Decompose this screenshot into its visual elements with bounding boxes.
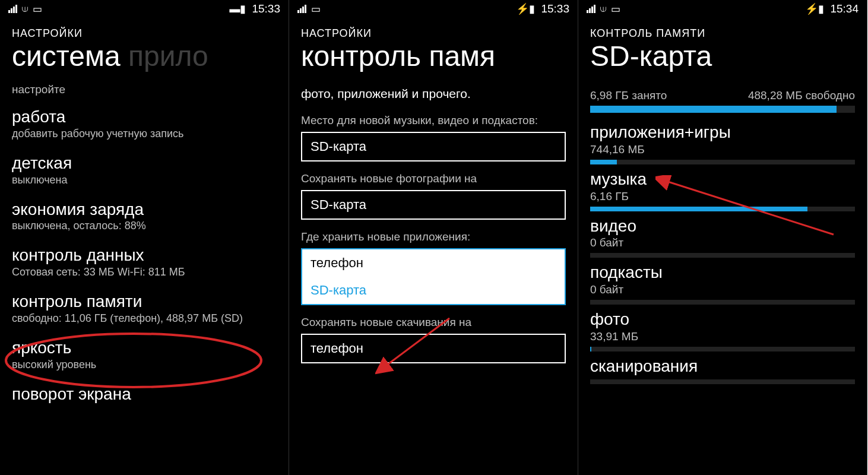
signal-icon [297, 5, 306, 13]
category-bar [590, 300, 855, 305]
vibrate-icon: ▭ [311, 3, 321, 15]
pivot-next[interactable]: прило [128, 40, 208, 72]
page-title[interactable]: система прило [0, 40, 289, 77]
storage-free: 488,28 МБ свободно [748, 89, 855, 102]
clock: 15:34 [830, 2, 859, 15]
phone-screen-settings-system: ⟒ ▭ ▬▮ 15:33 НАСТРОЙКИ система прило нас… [0, 0, 289, 475]
description-partial: фото, приложений и прочего. [289, 77, 578, 103]
page-title: контроль памя [289, 40, 578, 77]
setting-label: работа [12, 108, 277, 126]
category-bar [590, 379, 855, 384]
dropdown-option-sdcard[interactable]: SD-карта [302, 277, 565, 304]
phone-screen-sdcard: ⟒ ▭ ⚡▮ 15:34 КОНТРОЛЬ ПАМЯТИ SD-карта 6,… [578, 0, 867, 475]
setting-sub: Сотовая сеть: 33 МБ Wi-Fi: 811 МБ [12, 266, 277, 278]
storage-bar-fill [590, 106, 837, 113]
category-bar [590, 347, 855, 352]
status-icons: ⟒ ▭ [8, 3, 42, 15]
category-size: 33,91 МБ [590, 330, 855, 343]
setting-sub: выключена, осталось: 88% [12, 220, 277, 232]
field-label-photos: Сохранять новые фотографии на [301, 172, 566, 185]
category-label: подкасты [590, 264, 855, 282]
category-bar [590, 253, 855, 258]
wifi-icon: ⟒ [600, 3, 606, 15]
breadcrumb: НАСТРОЙКИ [0, 18, 289, 40]
battery-charging-icon: ⚡▮ [805, 2, 824, 15]
setting-item-data-sense[interactable]: контроль данных Сотовая сеть: 33 МБ Wi-F… [12, 239, 277, 286]
page-title: SD-карта [578, 40, 867, 77]
category-label: музыка [590, 170, 855, 189]
storage-category[interactable]: фото33,91 МБ [590, 311, 855, 352]
storage-category[interactable]: сканирования [590, 357, 855, 384]
field-label-music: Место для новой музыки, видео и подкасто… [301, 114, 566, 127]
status-icons: ⟒ ▭ [587, 3, 620, 15]
category-label: сканирования [590, 357, 855, 376]
breadcrumb: КОНТРОЛЬ ПАМЯТИ [578, 18, 867, 40]
category-size: 0 байт [590, 236, 855, 249]
setting-sub: выключена [12, 174, 277, 186]
storage-category[interactable]: видео0 байт [590, 217, 855, 258]
select-photos-location[interactable]: SD-карта [301, 190, 566, 220]
battery-icon: ▬▮ [229, 2, 246, 15]
setting-item-brightness[interactable]: яркость высокий уровень [12, 332, 277, 378]
field-label-apps: Где хранить новые приложения: [301, 230, 566, 243]
category-label: видео [590, 217, 855, 236]
category-size: 744,16 МБ [590, 143, 855, 156]
statusbar: ⟒ ▭ ⚡▮ 15:34 [578, 0, 867, 18]
category-size: 0 байт [590, 283, 855, 296]
battery-charging-icon: ⚡▮ [516, 2, 535, 15]
select-downloads-location[interactable]: телефон [301, 334, 566, 363]
category-bar [590, 207, 855, 211]
setting-label: детская [12, 154, 277, 173]
vibrate-icon: ▭ [33, 3, 42, 15]
statusbar: ▭ ⚡▮ 15:33 [289, 0, 578, 18]
select-apps-location-open[interactable]: телефон SD-карта [301, 248, 566, 305]
setting-sub: добавить рабочую учетную запись [12, 128, 277, 140]
pivot-active[interactable]: система [12, 40, 121, 72]
category-label: фото [590, 311, 855, 329]
category-label: приложения+игры [590, 124, 855, 142]
storage-bar-total [590, 106, 855, 113]
signal-icon [587, 5, 595, 13]
setting-label: экономия заряда [12, 201, 277, 219]
dropdown-option-phone[interactable]: телефон [302, 249, 565, 277]
setting-item-screen-rotation[interactable]: поворот экрана [12, 378, 277, 411]
setting-label: поворот экрана [12, 385, 277, 404]
setting-label: яркость [12, 339, 277, 357]
section-heading: настройте [0, 77, 289, 101]
signal-icon [8, 5, 17, 13]
breadcrumb: НАСТРОЙКИ [289, 18, 578, 40]
phone-screen-storage-sense: ▭ ⚡▮ 15:33 НАСТРОЙКИ контроль памя фото,… [289, 0, 578, 475]
storage-category[interactable]: подкасты0 байт [590, 264, 855, 305]
category-size: 6,16 ГБ [590, 190, 855, 203]
setting-sub: высокий уровень [12, 359, 277, 371]
storage-used: 6,98 ГБ занято [590, 89, 667, 102]
vibrate-icon: ▭ [611, 3, 620, 15]
setting-label: контроль данных [12, 246, 277, 265]
setting-label: контроль памяти [12, 293, 277, 311]
select-music-location[interactable]: SD-карта [301, 132, 566, 162]
storage-summary: 6,98 ГБ занято 488,28 МБ свободно [590, 89, 855, 102]
clock: 15:33 [541, 2, 569, 15]
clock: 15:33 [252, 2, 280, 15]
storage-category[interactable]: приложения+игры744,16 МБ [590, 124, 855, 164]
setting-sub: свободно: 11,06 ГБ (телефон), 488,97 МБ … [12, 312, 277, 325]
setting-item-battery-saver[interactable]: экономия заряда выключена, осталось: 88% [12, 194, 277, 240]
statusbar: ⟒ ▭ ▬▮ 15:33 [0, 0, 289, 18]
setting-item-work[interactable]: работа добавить рабочую учетную запись [12, 101, 277, 147]
setting-item-storage-sense[interactable]: контроль памяти свободно: 11,06 ГБ (теле… [12, 286, 277, 332]
status-icons: ▭ [297, 3, 321, 15]
storage-category[interactable]: музыка6,16 ГБ [590, 170, 855, 211]
field-label-downloads: Сохранять новые скачивания на [301, 316, 566, 329]
setting-item-kids[interactable]: детская выключена [12, 147, 277, 194]
wifi-icon: ⟒ [22, 3, 28, 15]
category-bar [590, 160, 855, 164]
